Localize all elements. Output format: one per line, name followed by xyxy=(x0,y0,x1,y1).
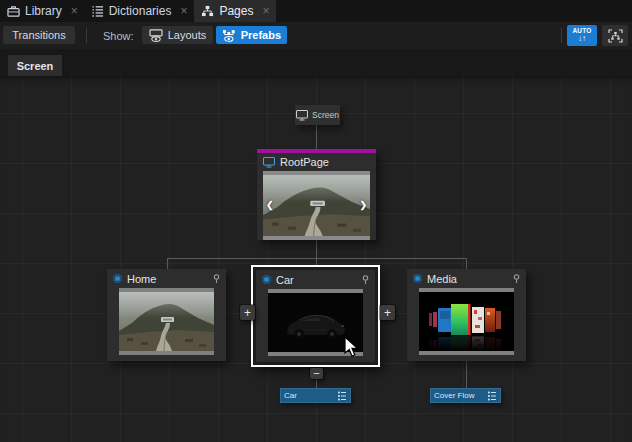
breadcrumb-screen-label: Screen xyxy=(17,60,54,72)
page-node-media[interactable]: Media xyxy=(407,269,526,361)
prefab-node-icon xyxy=(413,274,422,283)
plus-icon: + xyxy=(244,307,251,319)
pages-toolbar: Transitions Show: Layouts Prefabs xyxy=(0,22,632,50)
prefabs-button-label: Prefabs xyxy=(241,29,281,41)
layouts-button-label: Layouts xyxy=(168,29,207,41)
page-node-label: Media xyxy=(427,273,457,285)
rootpage-label: RootPage xyxy=(280,156,329,168)
tab-dictionaries[interactable]: Dictionaries × xyxy=(85,0,195,22)
monitor-icon xyxy=(296,110,308,121)
carousel-next-icon[interactable]: ❯ xyxy=(359,200,367,210)
screen-node-label: Screen xyxy=(312,110,339,120)
remove-prefab-button[interactable]: − xyxy=(310,368,323,379)
prefab-bar-cover-flow[interactable]: Cover Flow xyxy=(430,388,501,403)
prefabs-icon xyxy=(222,29,236,42)
page-thumbnail xyxy=(119,288,214,355)
pages-editor-window: Library × Dictionaries × Pag xyxy=(0,0,632,442)
selection-outline: Car xyxy=(251,265,380,367)
prefab-bar-car[interactable]: Car xyxy=(280,388,351,403)
page-graph-canvas[interactable]: Screen RootPage ❮ ❯ Home xyxy=(0,76,632,442)
screen-root-node[interactable]: Screen xyxy=(295,105,340,125)
connector-line xyxy=(466,361,467,388)
rootpage-header: RootPage xyxy=(257,153,376,171)
rootpage-node[interactable]: RootPage ❮ ❯ xyxy=(257,149,376,240)
breadcrumb-screen-tab[interactable]: Screen xyxy=(8,55,62,76)
library-icon xyxy=(7,5,20,17)
auto-arrows-icon: ↓↑ xyxy=(578,35,586,43)
page-node-label: Home xyxy=(127,273,156,285)
pin-icon[interactable] xyxy=(513,274,520,284)
prefab-node-icon xyxy=(113,274,122,283)
pin-icon[interactable] xyxy=(362,275,369,285)
mouse-cursor-icon xyxy=(344,336,360,358)
tab-library-label: Library xyxy=(25,4,62,18)
document-tab-bar: Library × Dictionaries × Pag xyxy=(0,0,632,22)
layouts-icon xyxy=(149,29,163,42)
layouts-toggle-button[interactable]: Layouts xyxy=(142,26,213,44)
transitions-button-label: Transitions xyxy=(12,29,65,41)
pages-icon xyxy=(201,5,214,17)
tab-pages[interactable]: Pages × xyxy=(194,0,276,22)
add-page-button-left[interactable]: + xyxy=(240,305,255,320)
page-node-header: Car xyxy=(256,270,375,289)
add-page-button-right[interactable]: + xyxy=(380,305,395,320)
toolbar-separator xyxy=(561,28,562,43)
tab-pages-label: Pages xyxy=(219,4,253,18)
connector-line xyxy=(167,258,467,259)
breadcrumb: Screen xyxy=(0,49,632,76)
tab-library[interactable]: Library × xyxy=(0,0,85,22)
page-node-header: Media xyxy=(407,269,526,288)
page-node-label: Car xyxy=(276,274,294,286)
dictionaries-icon xyxy=(92,5,104,17)
page-node-header: Home xyxy=(107,269,226,288)
transitions-button[interactable]: Transitions xyxy=(3,26,75,44)
monitor-icon xyxy=(263,157,275,168)
carousel-prev-icon[interactable]: ❮ xyxy=(266,200,274,210)
page-node-home[interactable]: Home xyxy=(107,269,226,361)
connector-line xyxy=(466,258,467,269)
rootpage-thumbnail: ❮ ❯ xyxy=(263,171,370,240)
fit-view-button[interactable] xyxy=(602,25,628,46)
pin-icon[interactable] xyxy=(213,274,220,284)
prefab-bar-label: Car xyxy=(284,391,297,400)
auto-arrange-button[interactable]: AUTO ↓↑ xyxy=(567,25,597,46)
storyboard-list-icon xyxy=(338,391,347,401)
tab-dictionaries-label: Dictionaries xyxy=(109,4,172,18)
page-thumbnail xyxy=(419,288,514,355)
show-label: Show: xyxy=(103,22,134,49)
close-icon[interactable]: × xyxy=(71,5,78,17)
connector-line xyxy=(316,240,317,258)
plus-icon: + xyxy=(384,307,391,319)
close-icon[interactable]: × xyxy=(180,5,187,17)
prefabs-toggle-button[interactable]: Prefabs xyxy=(216,26,287,44)
fit-view-icon xyxy=(608,29,623,43)
close-icon[interactable]: × xyxy=(262,5,269,17)
storyboard-list-icon xyxy=(488,391,497,401)
minus-icon: − xyxy=(313,368,319,379)
connector-line xyxy=(167,258,168,269)
connector-line xyxy=(316,125,317,149)
prefab-bar-label: Cover Flow xyxy=(434,391,474,400)
prefab-node-icon xyxy=(262,275,271,284)
toolbar-separator xyxy=(86,28,87,43)
